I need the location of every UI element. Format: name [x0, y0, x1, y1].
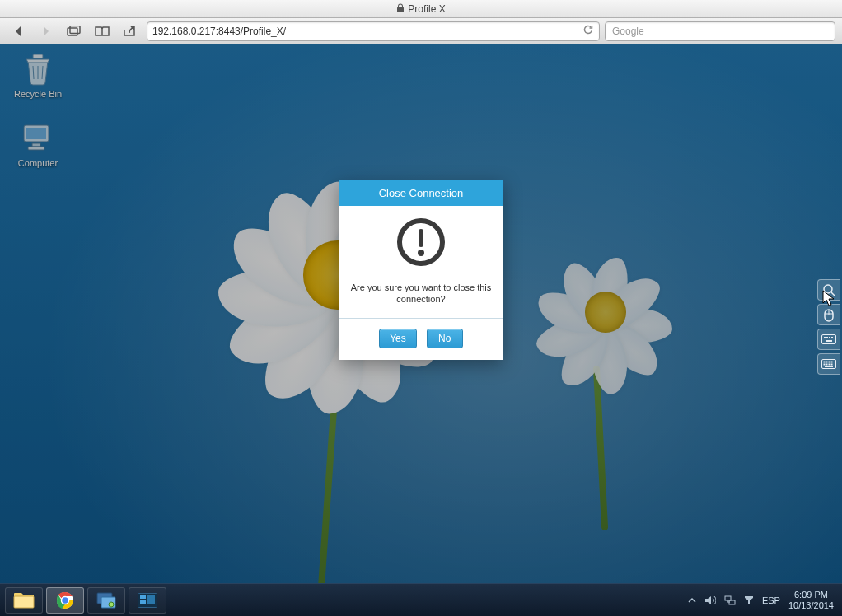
svg-rect-13	[826, 340, 832, 342]
close-connection-dialog: Close Connection Are you sure you want t…	[339, 180, 503, 360]
windows-taskbar: ESP 6:09 PM 10/13/2014	[0, 583, 842, 616]
svg-rect-27	[14, 596, 34, 608]
svg-rect-10	[826, 337, 828, 338]
svg-rect-19	[824, 364, 826, 366]
taskbar-chrome[interactable]	[46, 587, 84, 614]
svg-rect-1	[70, 26, 80, 33]
page-title: Profile X	[408, 3, 445, 15]
tray-keyboard-layout[interactable]: ESP	[762, 595, 780, 605]
tray-action-center-icon[interactable]	[744, 595, 754, 605]
address-bar[interactable]: 192.168.0.217:8443/Profile_X/	[147, 21, 600, 41]
svg-point-26	[418, 250, 424, 256]
svg-rect-8	[822, 335, 836, 344]
svg-rect-34	[140, 595, 146, 599]
warning-icon	[396, 217, 446, 267]
svg-rect-23	[825, 366, 833, 368]
tabs-button[interactable]	[63, 21, 86, 41]
share-button[interactable]	[119, 21, 142, 41]
svg-rect-9	[824, 337, 826, 338]
yes-button[interactable]: Yes	[379, 329, 417, 348]
forward-button[interactable]	[35, 21, 58, 41]
rail-mouse-button[interactable]	[817, 304, 840, 325]
search-placeholder: Google	[612, 26, 644, 37]
browser-toolbar: 192.168.0.217:8443/Profile_X/ Google	[0, 18, 842, 44]
system-tray: ESP 6:09 PM 10/13/2014	[688, 590, 837, 611]
tray-volume-icon[interactable]	[704, 595, 716, 605]
taskbar-file-explorer[interactable]	[5, 587, 43, 614]
svg-rect-35	[140, 600, 146, 604]
svg-rect-36	[147, 595, 155, 604]
rail-onscreen-keyboard-button[interactable]	[817, 353, 840, 375]
svg-rect-16	[826, 362, 828, 363]
lock-icon	[396, 3, 405, 15]
tray-network-icon[interactable]	[724, 595, 736, 605]
tray-clock[interactable]: 6:09 PM 10/13/2014	[788, 590, 837, 611]
taskbar-remote-app[interactable]	[87, 587, 125, 614]
svg-rect-17	[829, 362, 830, 363]
remote-viewport: Recycle Bin Computer	[0, 44, 842, 616]
address-bar-text: 192.168.0.217:8443/Profile_X/	[152, 26, 286, 37]
search-input[interactable]: Google	[605, 21, 835, 41]
reload-icon[interactable]	[582, 24, 594, 38]
browser-titlebar: Profile X	[0, 0, 842, 18]
tray-time: 6:09 PM	[788, 590, 834, 600]
taskbar-task-manager[interactable]	[129, 587, 166, 614]
svg-rect-0	[68, 28, 77, 35]
tray-date: 10/13/2014	[788, 600, 834, 611]
svg-rect-18	[831, 362, 833, 363]
rail-zoom-button[interactable]	[817, 279, 840, 301]
svg-rect-11	[829, 337, 830, 338]
back-button[interactable]	[7, 21, 30, 41]
svg-rect-37	[725, 596, 731, 600]
dialog-footer: Yes No	[339, 318, 503, 360]
bookmarks-button[interactable]	[91, 21, 114, 41]
svg-rect-20	[826, 364, 828, 366]
rail-keyboard-button[interactable]	[817, 329, 840, 350]
svg-point-32	[109, 602, 114, 607]
svg-rect-15	[824, 362, 826, 363]
svg-point-29	[62, 596, 69, 604]
dialog-message: Are you sure you want to close this conn…	[347, 282, 495, 305]
tray-show-hidden-icon[interactable]	[688, 596, 696, 604]
remote-control-rail	[817, 279, 842, 375]
dialog-title: Close Connection	[339, 180, 503, 206]
svg-rect-21	[829, 364, 830, 366]
svg-rect-25	[419, 229, 423, 247]
svg-rect-12	[831, 337, 833, 338]
svg-rect-38	[729, 600, 735, 604]
svg-point-7	[824, 285, 832, 293]
dialog-body: Are you sure you want to close this conn…	[339, 206, 503, 318]
no-button[interactable]: No	[427, 329, 463, 348]
svg-rect-22	[831, 364, 833, 366]
